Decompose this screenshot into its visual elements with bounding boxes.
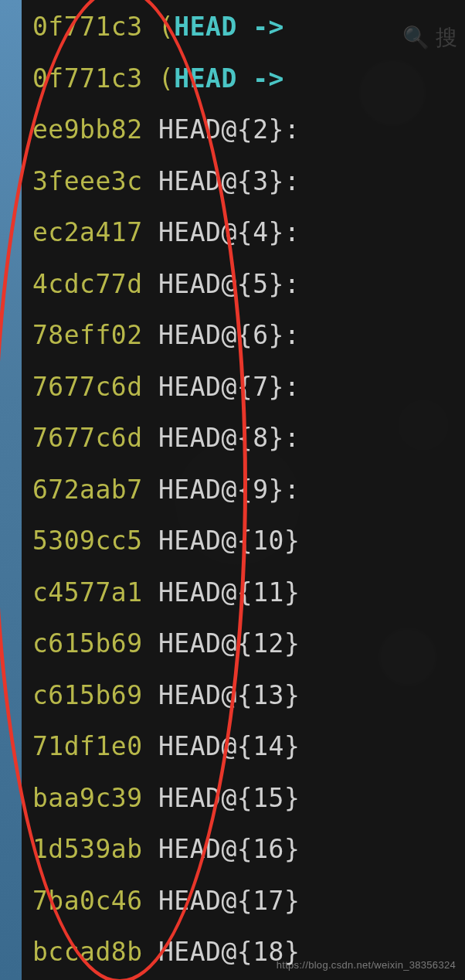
search-text: 搜: [436, 26, 457, 49]
reflog-entry: c615b69 HEAD@{12}: [22, 618, 465, 670]
commit-hash: c615b69: [32, 680, 143, 710]
reflog-ref: HEAD@{14}: [158, 731, 300, 761]
reflog-ref: HEAD@{4}:: [158, 217, 300, 247]
reflog-entry: 7677c6d HEAD@{8}:: [22, 413, 465, 464]
commit-hash: 7677c6d: [32, 423, 143, 453]
reflog-entry: ee9bb82 HEAD@{2}:: [22, 104, 465, 156]
paren-open: (: [158, 12, 174, 42]
magnifier-icon: 🔍: [402, 26, 429, 49]
reflog-entry: c4577a1 HEAD@{11}: [22, 567, 465, 619]
watermark-text: https://blog.csdn.net/weixin_38356324: [277, 959, 456, 971]
commit-hash: c615b69: [32, 628, 143, 658]
reflog-ref: HEAD@{9}:: [158, 475, 300, 505]
reflog-entry: baa9c39 HEAD@{15}: [22, 773, 465, 825]
commit-hash: 78eff02: [32, 320, 143, 350]
reflog-ref: HEAD@{7}:: [158, 372, 300, 402]
reflog-ref: HEAD@{8}:: [158, 423, 300, 453]
commit-hash: 71df1e0: [32, 731, 143, 761]
commit-hash: baa9c39: [32, 783, 143, 813]
reflog-entry: 3feee3c HEAD@{3}:: [22, 156, 465, 208]
head-keyword: HEAD: [174, 12, 236, 42]
reflog-entry: 7ba0c46 HEAD@{17}: [22, 876, 465, 927]
commit-hash: 5309cc5: [32, 526, 143, 556]
reflog-ref: HEAD@{17}: [158, 886, 300, 916]
terminal-window[interactable]: 0f771c3 (HEAD -> 0f771c3 (HEAD -> ee9bb8…: [22, 0, 465, 980]
reflog-ref: HEAD@{5}:: [158, 269, 300, 299]
commit-hash: 0f771c3: [32, 12, 143, 42]
commit-hash: ee9bb82: [32, 114, 143, 145]
commit-hash: bccad8b: [32, 937, 143, 967]
paren-open: (: [158, 63, 174, 94]
reflog-head-line: 0f771c3 (HEAD ->: [22, 53, 465, 105]
reflog-ref: HEAD@{2}:: [158, 114, 300, 145]
reflog-ref: HEAD@{12}: [158, 628, 300, 658]
reflog-entry: 672aab7 HEAD@{9}:: [22, 464, 465, 516]
commit-hash: 7677c6d: [32, 372, 143, 402]
reflog-ref: HEAD@{3}:: [158, 166, 300, 196]
search-hint-overlay: 🔍 搜: [402, 23, 457, 53]
reflog-entry: 78eff02 HEAD@{6}:: [22, 310, 465, 362]
commit-hash: 1d539ab: [32, 834, 143, 864]
reflog-ref: HEAD@{10}: [158, 526, 300, 556]
commit-hash: 3feee3c: [32, 166, 143, 196]
head-keyword: HEAD: [174, 63, 236, 94]
reflog-entry: ec2a417 HEAD@{4}:: [22, 207, 465, 259]
reflog-ref: HEAD@{16}: [158, 834, 300, 864]
reflog-entry: 4cdc77d HEAD@{5}:: [22, 259, 465, 311]
reflog-entry: c615b69 HEAD@{13}: [22, 670, 465, 722]
commit-hash: 672aab7: [32, 475, 143, 505]
reflog-ref: HEAD@{11}: [158, 577, 300, 607]
reflog-ref: HEAD@{15}: [158, 783, 300, 813]
arrow-icon: ->: [253, 63, 284, 94]
reflog-entry: 7677c6d HEAD@{7}:: [22, 362, 465, 413]
reflog-head-line: 0f771c3 (HEAD ->: [22, 2, 465, 53]
desktop-wallpaper-edge: [0, 0, 22, 980]
reflog-ref: HEAD@{13}: [158, 680, 300, 710]
arrow-icon: ->: [253, 12, 284, 42]
reflog-entry: 5309cc5 HEAD@{10}: [22, 516, 465, 567]
commit-hash: c4577a1: [32, 577, 143, 607]
reflog-ref: HEAD@{6}:: [158, 320, 300, 350]
commit-hash: 4cdc77d: [32, 269, 143, 299]
commit-hash: 7ba0c46: [32, 886, 143, 916]
commit-hash: ec2a417: [32, 217, 143, 247]
reflog-entry: 71df1e0 HEAD@{14}: [22, 721, 465, 773]
reflog-entry: 1d539ab HEAD@{16}: [22, 824, 465, 876]
commit-hash: 0f771c3: [32, 63, 143, 94]
